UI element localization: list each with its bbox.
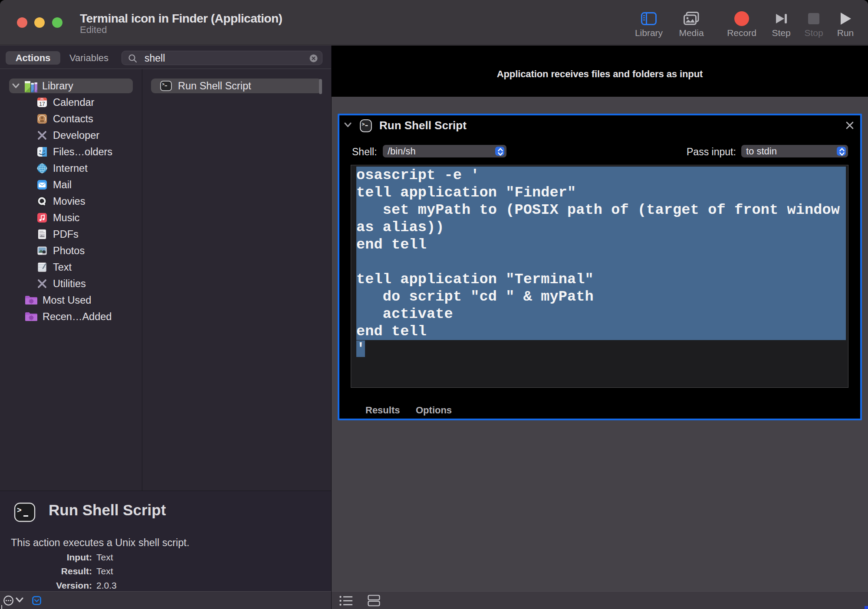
- svg-text:>: >: [362, 121, 365, 127]
- svg-text:JUL: JUL: [40, 98, 44, 100]
- svg-text:>: >: [162, 82, 164, 87]
- svg-text:>: >: [17, 506, 22, 515]
- svg-text:17: 17: [39, 101, 45, 107]
